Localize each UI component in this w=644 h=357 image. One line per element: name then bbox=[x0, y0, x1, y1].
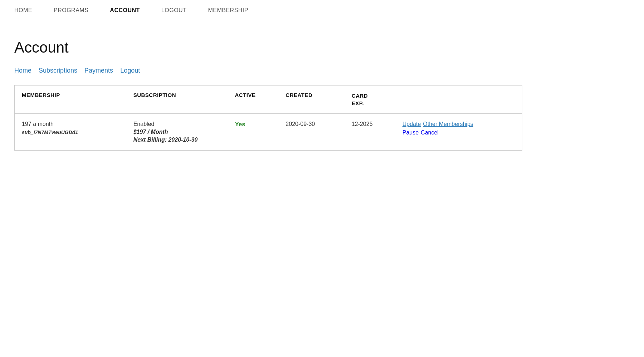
subscription-billing: Next Billing: 2020-10-30 bbox=[133, 137, 221, 143]
top-navigation: HOME PROGRAMS ACCOUNT LOGOUT MEMBERSHIP bbox=[0, 0, 644, 21]
action-cancel[interactable]: Cancel bbox=[421, 129, 439, 136]
subscriptions-table: MEMBERSHIP SUBSCRIPTION ACTIVE CREATED C… bbox=[14, 85, 522, 151]
nav-account[interactable]: ACCOUNT bbox=[110, 7, 140, 14]
th-active: ACTIVE bbox=[228, 85, 278, 114]
sub-navigation: Home Subscriptions Payments Logout bbox=[14, 67, 522, 74]
cell-card-exp: 12-2025 bbox=[345, 114, 395, 151]
card-expiry: 12-2025 bbox=[352, 121, 373, 127]
th-created: CREATED bbox=[278, 85, 344, 114]
cell-created: 2020-09-30 bbox=[278, 114, 344, 151]
th-card-exp: CARD EXP. bbox=[345, 85, 395, 114]
subscription-amount: $197 / Month bbox=[133, 129, 221, 135]
cell-active: Yes bbox=[228, 114, 278, 151]
main-content: Account Home Subscriptions Payments Logo… bbox=[0, 21, 537, 165]
subnav-home[interactable]: Home bbox=[14, 67, 31, 74]
action-links-row2: Pause Cancel bbox=[402, 129, 515, 136]
subnav-logout[interactable]: Logout bbox=[120, 67, 140, 74]
subscription-status: Enabled bbox=[133, 121, 155, 127]
th-subscription: SUBSCRIPTION bbox=[126, 85, 228, 114]
th-membership: MEMBERSHIP bbox=[15, 85, 126, 114]
subnav-subscriptions[interactable]: Subscriptions bbox=[39, 67, 77, 74]
nav-programs[interactable]: PROGRAMS bbox=[54, 7, 88, 14]
cell-actions: Update Other Memberships Pause Cancel bbox=[395, 114, 522, 151]
action-links-row1: Update Other Memberships bbox=[402, 121, 515, 127]
th-actions bbox=[395, 85, 522, 114]
nav-home[interactable]: HOME bbox=[14, 7, 32, 14]
table-row: 197 a month sub_I7N7MTvwuUGDd1 Enabled $… bbox=[15, 114, 522, 151]
active-status: Yes bbox=[235, 121, 245, 128]
action-pause[interactable]: Pause bbox=[402, 129, 419, 136]
cell-membership: 197 a month sub_I7N7MTvwuUGDd1 bbox=[15, 114, 126, 151]
membership-name: 197 a month bbox=[22, 121, 54, 127]
created-date: 2020-09-30 bbox=[286, 121, 315, 127]
subnav-payments[interactable]: Payments bbox=[84, 67, 113, 74]
page-title: Account bbox=[14, 39, 522, 56]
table-header-row: MEMBERSHIP SUBSCRIPTION ACTIVE CREATED C… bbox=[15, 85, 522, 114]
action-update[interactable]: Update bbox=[402, 121, 421, 127]
cell-subscription: Enabled $197 / Month Next Billing: 2020-… bbox=[126, 114, 228, 151]
action-other-memberships[interactable]: Other Memberships bbox=[423, 121, 473, 127]
membership-id: sub_I7N7MTvwuUGDd1 bbox=[22, 129, 119, 135]
nav-membership[interactable]: MEMBERSHIP bbox=[208, 7, 248, 14]
nav-logout[interactable]: LOGOUT bbox=[161, 7, 187, 14]
